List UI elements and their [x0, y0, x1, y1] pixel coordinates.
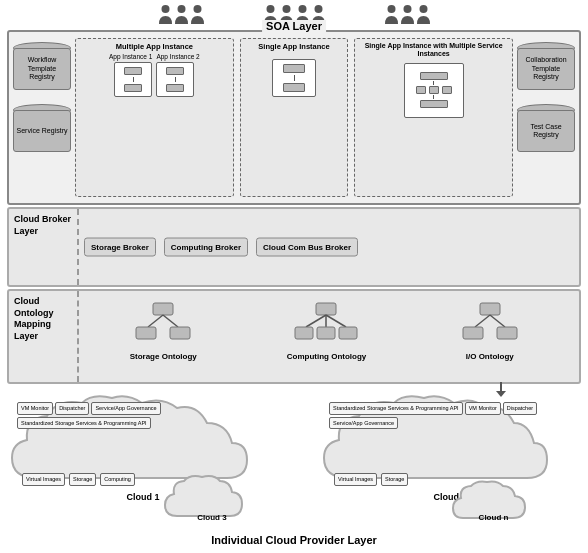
svg-line-12	[163, 315, 178, 327]
svg-rect-19	[295, 327, 313, 339]
svg-point-4	[282, 5, 290, 13]
app-instance-labels: App Instance 1 App Instance 2	[109, 53, 200, 60]
storage-broker-box: Storage Broker	[84, 238, 156, 257]
cloud-1-components: VM Monitor Dispatcher Service/App Govern…	[17, 402, 269, 429]
svg-point-9	[419, 5, 427, 13]
multiple-app-instance-box: Multiple App Instance App Instance 1 App…	[75, 38, 234, 197]
svg-rect-22	[480, 303, 500, 315]
mini-boxes-row	[114, 62, 194, 97]
cloud-n-label: Cloud n	[479, 513, 509, 522]
user-icon	[175, 4, 188, 24]
multi-service-title: Single App Instance with Multiple Servic…	[358, 42, 509, 59]
virtual-images-2: Virtual Images	[334, 473, 377, 486]
collab-registry-label: Collaboration Template Registry	[520, 56, 572, 81]
svg-line-11	[148, 315, 163, 327]
broker-separator	[77, 209, 79, 285]
service-registry-label: Service Registry	[17, 127, 68, 135]
svg-point-6	[314, 5, 322, 13]
multi-service-box: Single App Instance with Multiple Servic…	[354, 38, 513, 197]
dispatcher-2: Dispatcher	[503, 402, 537, 415]
cloud-n: Cloud n	[451, 478, 536, 530]
computing-ontology-item: Computing Ontology	[287, 301, 367, 361]
svg-line-18	[326, 315, 346, 327]
storage-ontology-tree	[128, 301, 198, 349]
storage-2: Storage	[381, 473, 408, 486]
user-icon	[159, 4, 172, 24]
cloud-broker-layer: Cloud Broker Layer Storage Broker Comput…	[7, 207, 581, 287]
std-storage-1: Standardized Storage Services & Programm…	[17, 417, 151, 430]
testcase-registry-label: Test Case Registry	[520, 123, 572, 140]
svg-rect-26	[497, 327, 517, 339]
dispatcher-1: Dispatcher	[55, 402, 89, 415]
cloud-ontology-label: Cloud Ontology Mapping Layer	[14, 296, 74, 343]
svg-point-5	[298, 5, 306, 13]
cloud-ontology-layer: Cloud Ontology Mapping Layer Storage Ont…	[7, 289, 581, 384]
cloud-broker-label: Cloud Broker Layer	[14, 214, 74, 237]
user-icon	[417, 4, 430, 24]
vm-monitor-1: VM Monitor	[17, 402, 53, 415]
user-group-3	[385, 4, 430, 24]
multi-service-flow	[404, 63, 464, 118]
svg-rect-14	[170, 327, 190, 339]
soa-layer: SOA Layer Workflow Template Registry Ser…	[7, 30, 581, 205]
computing-ontology-tree	[291, 301, 361, 349]
storage-ontology-item: Storage Ontology	[128, 301, 198, 361]
computing-broker-label: Computing Broker	[171, 243, 241, 252]
cylinder-testcase: Test Case Registry	[517, 104, 575, 156]
cloud-bus-broker-box: Cloud Com Bus Broker	[256, 238, 358, 257]
cloud-1-label: Cloud 1	[127, 492, 160, 502]
cloud-provider-layer: VM Monitor Dispatcher Service/App Govern…	[7, 386, 581, 548]
soa-center: Multiple App Instance App Instance 1 App…	[75, 38, 513, 197]
ontology-boxes: Storage Ontology Computing Ontology	[84, 301, 569, 361]
computing-ontology-label: Computing Ontology	[287, 352, 367, 361]
user-icon	[191, 4, 204, 24]
svg-rect-25	[463, 327, 483, 339]
io-ontology-tree	[455, 301, 525, 349]
user-icon	[385, 4, 398, 24]
multiple-app-title: Multiple App Instance	[116, 42, 193, 51]
storage-1: Storage	[69, 473, 96, 486]
cloud-2: Standardized Storage Services & Programm…	[319, 388, 581, 506]
cylinder-service: Service Registry	[13, 104, 71, 156]
soa-right-cylinders: Collaboration Template Registry Test Cas…	[517, 42, 575, 156]
storage-broker-label: Storage Broker	[91, 243, 149, 252]
service-governance-2: Service/App Governance	[329, 417, 398, 430]
single-app-instance-box: Single App Instance	[240, 38, 349, 197]
io-ontology-label: I/O Ontology	[466, 352, 514, 361]
svg-line-16	[306, 315, 326, 327]
cloud-1-resources: Virtual Images Storage Computing	[22, 473, 135, 486]
svg-point-7	[387, 5, 395, 13]
service-governance-1: Service/App Governance	[91, 402, 160, 415]
vm-monitor-2: VM Monitor	[465, 402, 501, 415]
soa-layer-label: SOA Layer	[262, 20, 326, 32]
mini-flow-2	[156, 62, 194, 97]
ontology-separator	[77, 291, 79, 382]
io-ontology-item: I/O Ontology	[455, 301, 525, 361]
soa-left-cylinders: Workflow Template Registry Service Regis…	[13, 42, 71, 156]
svg-rect-15	[316, 303, 336, 315]
std-storage-2: Standardized Storage Services & Programm…	[329, 402, 463, 415]
computing-1: Computing	[100, 473, 135, 486]
computing-broker-box: Computing Broker	[164, 238, 248, 257]
storage-ontology-label: Storage Ontology	[130, 352, 197, 361]
cloud-bus-broker-label: Cloud Com Bus Broker	[263, 243, 351, 252]
svg-point-2	[193, 5, 201, 13]
svg-point-0	[161, 5, 169, 13]
mini-flow-1	[114, 62, 152, 97]
user-group-1	[159, 4, 204, 24]
svg-point-1	[177, 5, 185, 13]
cylinder-workflow: Workflow Template Registry	[13, 42, 71, 94]
svg-rect-20	[317, 327, 335, 339]
cloud-provider-layer-label: Individual Cloud Provider Layer	[211, 534, 377, 546]
virtual-images-1: Virtual Images	[22, 473, 65, 486]
svg-point-8	[403, 5, 411, 13]
svg-rect-13	[136, 327, 156, 339]
cloud-2-resources: Virtual Images Storage	[334, 473, 408, 486]
single-flow	[272, 59, 316, 97]
cloud-2-components: Standardized Storage Services & Programm…	[329, 402, 571, 429]
broker-boxes: Storage Broker Computing Broker Cloud Co…	[84, 238, 358, 257]
svg-rect-10	[153, 303, 173, 315]
svg-line-24	[490, 315, 505, 327]
svg-rect-21	[339, 327, 357, 339]
cloud-3-label: Cloud 3	[197, 513, 226, 522]
